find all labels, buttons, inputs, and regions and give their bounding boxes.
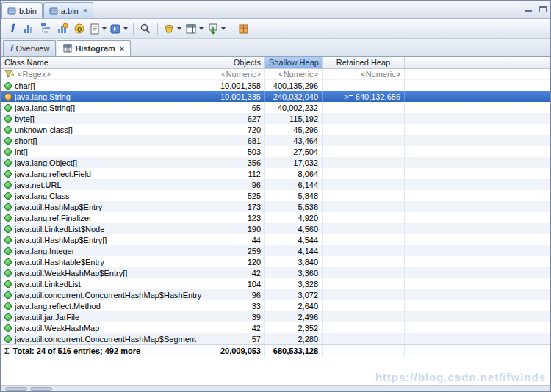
table-row[interactable]: java.util.LinkedList$Node1904,560 (1, 223, 550, 234)
search-icon (140, 23, 151, 35)
class-icon (4, 236, 12, 244)
customize-table-dropdown[interactable] (184, 21, 205, 37)
filler-cell (405, 146, 550, 157)
search-button[interactable] (137, 21, 154, 37)
horizontal-scrollbar-thumb[interactable] (5, 387, 27, 391)
total-objects-cell: 20,009,053 (206, 345, 265, 357)
column-header-objects[interactable]: Objects (206, 57, 265, 68)
query-browser-dropdown[interactable] (109, 21, 129, 37)
table-row[interactable]: java.lang.ref.Finalizer1234,920 (1, 212, 550, 223)
table-row[interactable]: Cjava.lang.String10,001,335240,032,040>=… (1, 91, 550, 102)
table-row[interactable]: char[]10,001,358400,135,296 (1, 80, 550, 91)
table-row[interactable]: short[]68143,464 (1, 135, 550, 146)
class-icon (4, 192, 12, 200)
retained-heap-cell (323, 300, 405, 311)
export-icon (207, 23, 219, 35)
column-header-retained-heap[interactable]: Retained Heap (323, 57, 405, 68)
table-row[interactable]: java.util.concurrent.ConcurrentHashMap$S… (1, 333, 550, 344)
class-icon (4, 258, 12, 266)
table-row[interactable]: java.lang.reflect.Field1128,064 (1, 168, 550, 179)
objects-cell: 44 (206, 234, 265, 245)
class-name-cell: java.util.WeakHashMap$Entry[] (1, 267, 206, 278)
shallow-heap-cell: 43,464 (265, 135, 323, 146)
column-header-shallow-heap[interactable]: Shallow Heap (265, 57, 323, 68)
numeric-filter-placeholder: <Numeric> (278, 70, 318, 79)
table-row[interactable]: java.util.LinkedList1043,328 (1, 278, 550, 289)
compare-button[interactable] (235, 21, 251, 37)
compare-tables-icon (238, 23, 249, 35)
editor-tab-label: b.bin (19, 7, 37, 15)
table-row[interactable]: byte[]627115,192 (1, 113, 550, 124)
objects-cell: 10,001,358 (206, 80, 265, 91)
class-name-label: java.util.WeakHashMap (15, 324, 99, 333)
retained-heap-cell (323, 201, 405, 212)
editor-tab-label: a.bin (61, 7, 79, 15)
retained-heap-cell (323, 179, 405, 190)
table-row[interactable]: java.util.WeakHashMap422,352 (1, 322, 550, 333)
class-name-cell: java.util.WeakHashMap (1, 322, 206, 333)
group-by-dropdown[interactable] (162, 21, 183, 37)
class-icon (4, 302, 12, 310)
class-icon (4, 137, 12, 145)
close-tab-icon[interactable]: × (83, 7, 87, 15)
close-tab-icon[interactable]: × (120, 45, 124, 53)
run-expert-report-dropdown[interactable] (88, 21, 108, 37)
class-name-cell: java.net.URL (1, 179, 206, 190)
table-row[interactable]: java.util.concurrent.ConcurrentHashMap$H… (1, 289, 550, 300)
column-label: Retained Heap (336, 58, 390, 67)
table-row[interactable]: java.util.Hashtable$Entry1203,840 (1, 256, 550, 267)
horizontal-scrollbar-thumb[interactable] (30, 387, 52, 391)
group-by-icon (163, 23, 175, 35)
heap-dump-file-icon (7, 7, 16, 15)
class-icon (4, 313, 12, 321)
table-row[interactable]: java.net.URL966,144 (1, 179, 550, 190)
table-row[interactable]: java.lang.reflect.Method332,640 (1, 300, 550, 311)
oql-button[interactable]: Q (71, 21, 87, 37)
view-tab-label: Histogram (75, 44, 115, 53)
table-row[interactable]: java.lang.Class5255,848 (1, 190, 550, 201)
filler-cell (405, 345, 550, 357)
shallow-heap-cell: 240,032,040 (265, 91, 323, 102)
shallow-heap-cell: 4,920 (265, 212, 323, 223)
class-name-cell: java.lang.reflect.Method (1, 300, 206, 311)
total-row[interactable]: Σ Total: 24 of 516 entries; 492 more 20,… (1, 344, 550, 357)
retained-heap-filter-field[interactable]: <Numeric> (323, 69, 405, 79)
shallow-heap-cell: 4,544 (265, 234, 323, 245)
filler-cell (405, 80, 550, 91)
histogram-button[interactable] (21, 21, 37, 37)
minimize-view-icon[interactable] (524, 4, 533, 14)
objects-filter-field[interactable]: <Numeric> (206, 69, 265, 79)
class-name-label: byte[] (15, 115, 35, 123)
class-icon (4, 291, 12, 299)
tab-overview[interactable]: i Overview (3, 40, 56, 56)
class-icon (4, 115, 12, 123)
table-row[interactable]: java.lang.Integer2594,144 (1, 245, 550, 256)
column-header-class-name[interactable]: Class Name (1, 57, 206, 68)
shallow-heap-cell: 27,504 (265, 146, 323, 157)
top-consumers-button[interactable] (54, 21, 71, 37)
overview-button[interactable]: i (4, 21, 20, 37)
class-name-cell: java.util.jar.JarFile (1, 311, 206, 322)
class-name-label: java.lang.Integer (15, 247, 74, 255)
retained-heap-cell (323, 267, 405, 278)
table-row[interactable]: int[]50327,504 (1, 146, 550, 157)
shallow-heap-filter-field[interactable]: <Numeric> (265, 69, 323, 79)
editor-tab-b-bin[interactable]: b.bin (1, 2, 43, 18)
table-row[interactable]: java.util.HashMap$Entry[]444,544 (1, 234, 550, 245)
table-row[interactable]: java.util.HashMap$Entry1735,536 (1, 201, 550, 212)
table-row[interactable]: java.util.WeakHashMap$Entry[]423,360 (1, 267, 550, 278)
editor-tab-a-bin[interactable]: a.bin × (43, 2, 93, 18)
tab-histogram[interactable]: Histogram × (57, 40, 131, 56)
filler-cell (405, 190, 550, 201)
table-row[interactable]: unknown-class[]72045,296 (1, 124, 550, 135)
filler-cell (405, 157, 550, 168)
dominator-tree-button[interactable] (37, 21, 54, 37)
maximize-view-icon[interactable] (538, 4, 547, 14)
table-row[interactable]: java.lang.Object[]35617,032 (1, 157, 550, 168)
table-row[interactable]: java.util.jar.JarFile392,496 (1, 311, 550, 322)
shallow-heap-cell: 6,144 (265, 179, 323, 190)
regex-filter-field[interactable]: <Regex> (1, 69, 206, 79)
table-row[interactable]: java.lang.String[]6540,002,232 (1, 102, 550, 113)
objects-cell: 96 (206, 289, 265, 300)
export-dropdown[interactable] (206, 21, 227, 37)
